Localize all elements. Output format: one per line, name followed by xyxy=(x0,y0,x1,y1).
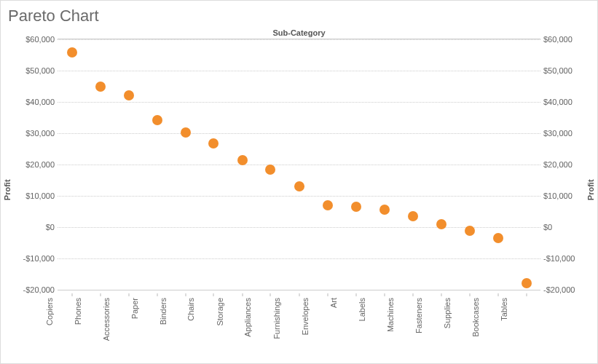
y-tick-label-left: $30,000 xyxy=(25,129,55,138)
data-point[interactable] xyxy=(67,47,77,58)
gridline xyxy=(58,196,540,197)
y-axis-label-right: Profit xyxy=(586,179,595,200)
x-tick-mark xyxy=(412,293,413,296)
x-tick-mark xyxy=(526,293,527,296)
y-tick-label-right: $40,000 xyxy=(543,98,573,106)
gridline xyxy=(58,165,540,165)
gridline xyxy=(58,258,540,259)
y-tick-label-left: -$20,000 xyxy=(23,285,55,294)
x-tick-mark xyxy=(327,293,328,296)
y-tick-label-right: $10,000 xyxy=(543,191,573,200)
y-tick-label-right: $20,000 xyxy=(543,160,573,169)
y-tick-label-left: $10,000 xyxy=(25,191,55,200)
x-tick-label: Tables xyxy=(500,298,554,321)
data-point[interactable] xyxy=(265,165,275,175)
data-point[interactable] xyxy=(493,233,503,243)
gridline xyxy=(58,102,540,103)
y-tick-label-right: $50,000 xyxy=(543,66,573,75)
x-tick-mark xyxy=(213,293,214,296)
y-tick-label-left: -$10,000 xyxy=(23,254,55,263)
x-tick-mark xyxy=(185,293,186,296)
data-point[interactable] xyxy=(237,155,248,165)
y-tick-label-right: $0 xyxy=(543,223,552,232)
x-tick-mark xyxy=(242,293,243,296)
gridline xyxy=(58,39,540,40)
y-tick-label-right: $60,000 xyxy=(543,35,573,44)
x-tick-mark xyxy=(270,293,271,296)
gridline xyxy=(58,290,540,290)
chart-area: Profit Profit -$20,000-$20,000-$10,000-$… xyxy=(7,39,591,352)
data-point[interactable] xyxy=(351,202,361,212)
data-point[interactable] xyxy=(465,226,475,236)
x-tick-mark xyxy=(497,293,498,296)
x-tick-mark xyxy=(441,293,441,296)
x-tick-mark xyxy=(100,293,101,296)
page-title: Pareto Chart xyxy=(8,7,591,25)
x-tick-mark xyxy=(128,293,129,296)
y-tick-label-left: $0 xyxy=(46,223,55,232)
y-tick-label-left: $60,000 xyxy=(25,35,55,44)
chart-frame: Pareto Chart Sub-Category Profit Profit … xyxy=(0,0,598,364)
data-point[interactable] xyxy=(152,115,162,125)
x-tick-mark xyxy=(299,293,299,296)
data-point[interactable] xyxy=(323,200,333,210)
x-tick-mark xyxy=(71,293,72,296)
data-point[interactable] xyxy=(95,82,106,92)
data-point[interactable] xyxy=(208,138,219,149)
y-tick-label-left: $50,000 xyxy=(25,66,55,75)
data-point[interactable] xyxy=(294,181,304,191)
x-ticks: CopiersPhonesAccessoriesPaperBindersChai… xyxy=(58,293,540,352)
x-tick-mark xyxy=(384,293,385,296)
gridline xyxy=(58,71,540,71)
data-point[interactable] xyxy=(522,278,532,288)
plot-region: -$20,000-$20,000-$10,000-$10,000$0$0$10,… xyxy=(58,39,540,290)
y-axis-label-left: Profit xyxy=(3,179,12,200)
data-point[interactable] xyxy=(436,219,446,229)
data-point[interactable] xyxy=(124,90,134,100)
y-tick-label-left: $20,000 xyxy=(25,160,55,169)
y-tick-label-left: $40,000 xyxy=(25,98,55,106)
data-point[interactable] xyxy=(181,127,191,138)
y-tick-label-right: -$20,000 xyxy=(543,285,575,294)
data-point[interactable] xyxy=(408,211,418,221)
x-tick-mark xyxy=(355,293,356,296)
x-tick-mark xyxy=(157,293,157,296)
x-tick-mark xyxy=(469,293,470,296)
y-tick-label-right: $30,000 xyxy=(543,129,573,138)
data-point[interactable] xyxy=(379,205,390,215)
x-axis-label: Sub-Category xyxy=(7,28,591,37)
y-tick-label-right: -$10,000 xyxy=(543,254,575,263)
gridline xyxy=(58,133,540,134)
